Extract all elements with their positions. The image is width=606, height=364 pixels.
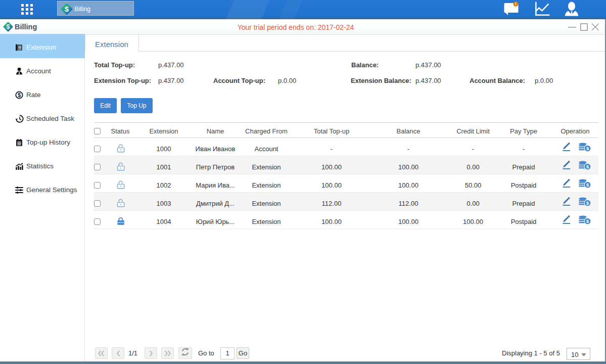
svg-text:$: $ xyxy=(586,218,589,224)
svg-text:$: $ xyxy=(586,182,589,188)
svg-text:$: $ xyxy=(65,5,69,13)
svg-text:$: $ xyxy=(586,164,589,169)
svg-text:$: $ xyxy=(586,146,589,151)
svg-text:$: $ xyxy=(18,92,21,98)
svg-text:$: $ xyxy=(586,200,589,206)
svg-text:!: ! xyxy=(515,2,517,7)
